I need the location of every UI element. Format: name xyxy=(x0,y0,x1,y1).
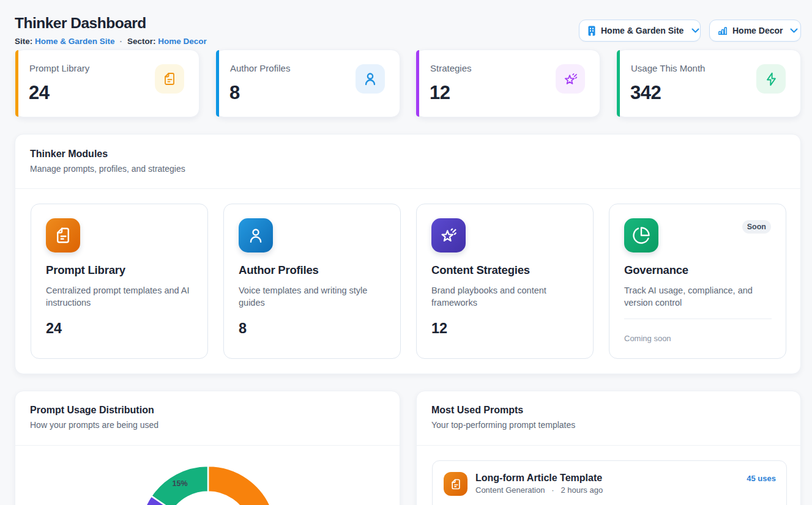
svg-text:15%: 15% xyxy=(172,479,187,488)
